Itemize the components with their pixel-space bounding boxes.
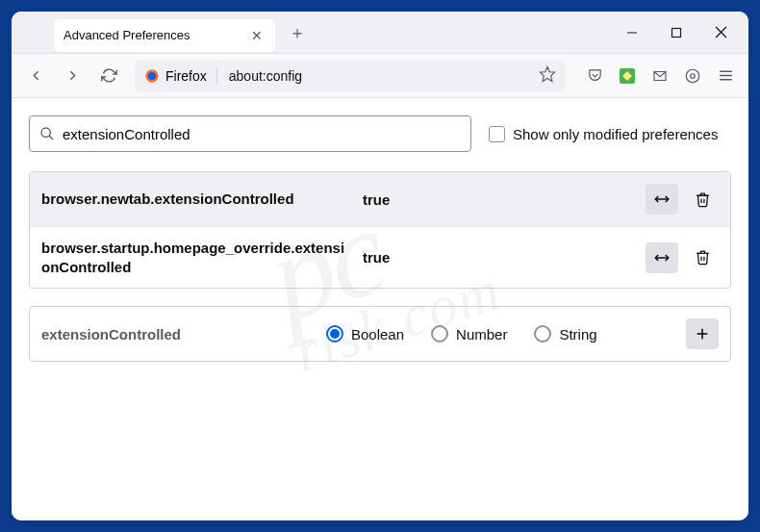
window-controls xyxy=(610,12,748,54)
delete-button[interactable] xyxy=(686,184,719,215)
search-input[interactable] xyxy=(63,126,461,142)
delete-button[interactable] xyxy=(686,242,719,273)
new-tab-button[interactable]: ＋ xyxy=(283,18,312,47)
svg-rect-1 xyxy=(672,28,681,37)
toggle-button[interactable] xyxy=(646,242,678,273)
bookmark-star-icon[interactable] xyxy=(539,65,556,86)
svg-line-15 xyxy=(49,136,53,139)
radio-icon xyxy=(326,325,343,342)
search-box[interactable] xyxy=(29,115,471,152)
svg-marker-6 xyxy=(541,67,555,82)
radio-boolean[interactable]: Boolean xyxy=(326,325,404,342)
svg-point-10 xyxy=(691,73,696,78)
close-window-button[interactable] xyxy=(698,12,743,54)
page-content: Show only modified preferences browser.n… xyxy=(12,98,748,520)
svg-point-14 xyxy=(41,128,50,137)
type-radio-group: Boolean Number String xyxy=(326,325,671,342)
maximize-button[interactable] xyxy=(654,12,698,54)
extension-icon[interactable] xyxy=(612,61,643,91)
toggle-icon xyxy=(653,190,671,208)
url-bar[interactable]: Firefox about:config xyxy=(135,60,566,92)
preference-row[interactable]: browser.startup.homepage_override.extens… xyxy=(30,226,730,288)
preference-row[interactable]: browser.newtab.extensionControlled true xyxy=(30,172,730,226)
pref-name: browser.newtab.extensionControlled xyxy=(41,190,351,209)
toolbar-icons xyxy=(575,61,741,91)
minimize-button[interactable] xyxy=(610,12,654,54)
titlebar: Advanced Preferences ✕ ＋ xyxy=(12,12,748,54)
toggle-icon xyxy=(653,249,671,266)
radio-icon xyxy=(534,325,551,342)
search-row: Show only modified preferences xyxy=(29,115,731,152)
browser-window: Advanced Preferences ✕ ＋ xyxy=(12,12,748,520)
svg-point-9 xyxy=(686,69,699,83)
toggle-button[interactable] xyxy=(646,184,678,215)
add-preference-row: extensionControlled Boolean Number Strin… xyxy=(29,306,731,362)
identity-label: Firefox xyxy=(165,68,207,84)
browser-tab[interactable]: Advanced Preferences ✕ xyxy=(54,19,275,52)
add-pref-name: extensionControlled xyxy=(41,326,311,342)
pref-actions xyxy=(646,242,719,273)
pref-value: true xyxy=(363,191,634,208)
svg-point-5 xyxy=(148,72,156,80)
add-button[interactable] xyxy=(686,318,719,349)
radio-number[interactable]: Number xyxy=(431,325,507,342)
radio-icon xyxy=(431,325,448,342)
pref-name: browser.startup.homepage_override.extens… xyxy=(41,239,351,276)
show-modified-checkbox[interactable]: Show only modified preferences xyxy=(489,126,718,142)
tab-title: Advanced Preferences xyxy=(63,28,248,42)
plus-icon xyxy=(695,326,710,342)
shield-icon[interactable] xyxy=(677,61,708,91)
menu-button[interactable] xyxy=(710,61,741,91)
mail-icon[interactable] xyxy=(645,61,675,91)
url-address: about:config xyxy=(225,68,531,84)
back-button[interactable] xyxy=(19,60,52,92)
checkbox-icon xyxy=(489,126,505,142)
reload-button[interactable] xyxy=(92,60,125,92)
pref-actions xyxy=(646,184,719,215)
radio-label: Number xyxy=(456,326,507,342)
search-icon xyxy=(39,126,55,141)
firefox-icon xyxy=(144,68,160,84)
preference-list: browser.newtab.extensionControlled true … xyxy=(29,171,731,289)
radio-label: Boolean xyxy=(351,326,404,342)
trash-icon xyxy=(695,191,711,208)
close-tab-icon[interactable]: ✕ xyxy=(248,27,266,44)
forward-button[interactable] xyxy=(56,60,89,92)
radio-string[interactable]: String xyxy=(534,325,596,342)
identity-box[interactable]: Firefox xyxy=(144,68,217,84)
trash-icon xyxy=(695,249,711,266)
pref-value: true xyxy=(363,249,634,266)
radio-label: String xyxy=(559,326,596,342)
checkbox-label: Show only modified preferences xyxy=(513,126,718,142)
nav-toolbar: Firefox about:config xyxy=(12,54,748,98)
pocket-icon[interactable] xyxy=(579,61,610,91)
